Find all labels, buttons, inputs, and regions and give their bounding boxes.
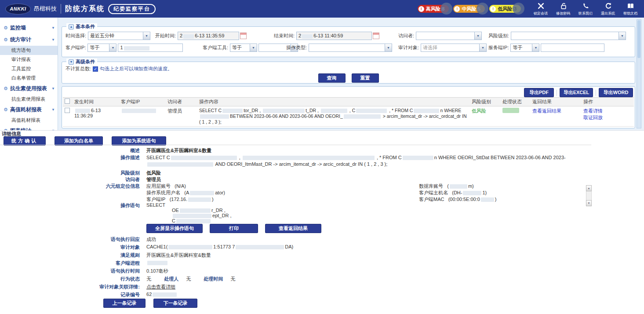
vertical-scrollbar[interactable] [637, 19, 641, 128]
scroll-track[interactable] [586, 191, 592, 200]
client-host-label: 客户端主机名 [419, 190, 448, 195]
previous-record-button[interactable]: 上一条记录 [103, 299, 146, 308]
redaction [481, 197, 494, 202]
logout-arrow-icon [604, 2, 612, 11]
sidebar-item-antibiotic-report[interactable]: 抗生素使用报表 [0, 95, 58, 104]
redaction [171, 156, 237, 160]
matched-rule-label: 满足规则 [0, 252, 145, 259]
view-return-result-button[interactable]: 查看返回结果 [265, 224, 321, 233]
view-result-link[interactable]: 查看返回结果 [532, 108, 561, 113]
column-header-operation[interactable]: 操作内容 [197, 98, 470, 106]
client-ip-operator-dropdown[interactable]: 等于 ▼ [87, 44, 116, 52]
row-status [501, 106, 531, 126]
risk-level-label: 风险级别 [0, 170, 145, 176]
sidebar-group-monitor-wall[interactable]: ⚙ 监控墙 ▼ [0, 22, 58, 34]
logout-button[interactable]: 退出系统 [599, 2, 617, 16]
sidebar-item-whitelist[interactable]: 白名单管理 [0, 73, 58, 83]
change-password-button[interactable]: 修改密码 [554, 2, 572, 16]
column-header-time[interactable]: 发生时间 [73, 98, 119, 106]
scroll-up-icon[interactable]: ▲ [586, 185, 592, 191]
sidebar-group-consumables-report[interactable]: ⚙ 高值耗材报表 ▼ [0, 104, 58, 116]
sidebar-item-tool-monitor[interactable]: 工具监控 [0, 64, 58, 73]
reset-button[interactable]: 重置 [352, 73, 379, 83]
row-checkbox[interactable] [65, 108, 70, 113]
client-tool-label: 客户端工具: [203, 44, 228, 51]
print-button[interactable]: 打印 [210, 224, 258, 233]
column-header-risk-level[interactable]: 风险级别 [470, 98, 501, 106]
audit-object-related-label: 审计对象关联详情: [0, 284, 145, 290]
scroll-down-icon[interactable]: ▼ [586, 200, 592, 206]
medium-risk-badge[interactable]: ! 中风险:5 [453, 5, 485, 13]
sidebar-item-tongfang-statements[interactable]: 统方语句 [0, 46, 58, 55]
lock-session-button[interactable]: 锁定会话 [531, 2, 550, 16]
query-button[interactable]: 查询 [318, 73, 346, 83]
column-header-actions[interactable]: 操作 [582, 98, 634, 106]
audit-object-label: 审计对象 [0, 244, 145, 251]
redaction [403, 156, 433, 160]
sidebar-group-tongfang-audit[interactable]: ⚙ 统方审计 ▼ [0, 34, 58, 46]
evidence-replay-link[interactable]: 取证回放 [583, 114, 632, 121]
no-count-hint: 勾选上之后可以增加查询的速度。 [100, 66, 172, 72]
view-related-detail-link[interactable]: 点击查看详细 [146, 284, 175, 290]
handle-time-value: 无 [230, 276, 235, 282]
redaction [513, 3, 524, 15]
no-count-checkbox[interactable]: ✓ [93, 66, 98, 72]
audit-object-value: CACHE1(1:51773 7DA) [146, 244, 293, 249]
help-docs-button[interactable]: 帮助文档 [621, 2, 640, 16]
client-ip-label: 客户端IP: [65, 44, 86, 51]
server-ip-input[interactable] [541, 44, 604, 52]
column-header-visitor[interactable]: 访问者 [166, 98, 197, 106]
scrollbar-thumb[interactable] [637, 20, 640, 58]
end-time-input[interactable]: 26-13 11:40:59 [296, 32, 372, 40]
status-badge [502, 108, 519, 113]
client-tool-operator-dropdown[interactable]: 等于 ▼ [230, 44, 257, 52]
operation-type-combo[interactable]: ▼ [309, 44, 392, 52]
exec-time-label: 语句执行时间 [0, 268, 145, 274]
export-word-button[interactable]: 导出WORD [599, 88, 633, 97]
chevron-down-icon: ▼ [143, 32, 150, 40]
column-header-client-ip[interactable]: 客户端IP [119, 98, 166, 106]
risk-level-dropdown[interactable]: ▼ [511, 32, 626, 40]
time-select-label: 时间选择: [65, 33, 86, 39]
fullscreen-statement-button[interactable]: 全屏显示操作语句 [146, 224, 203, 233]
time-select-dropdown[interactable]: 最近五分钟 ▼ [88, 32, 150, 40]
add-whitelist-button[interactable]: 添加为白名单 [55, 136, 103, 146]
high-risk-badge[interactable]: ! 高风险:8 [418, 5, 449, 13]
collapse-icon[interactable]: ▼ [69, 59, 74, 65]
select-all-checkbox[interactable] [65, 99, 70, 104]
add-system-statement-button[interactable]: 添加为系统语句 [112, 136, 166, 146]
confirm-tongfang-button[interactable]: 统方确认 [4, 136, 46, 146]
collapse-icon[interactable]: ▲ [69, 24, 74, 29]
view-detail-link[interactable]: 查看详情 [583, 108, 632, 114]
app-account-value: (N/A) [175, 183, 186, 189]
sidebar-item-consumables-report[interactable]: 高值耗材报表 [0, 116, 58, 125]
export-excel-button[interactable]: 导出EXCEL [560, 88, 593, 97]
server-ip-operator-dropdown[interactable]: 等于 ▼ [510, 44, 539, 52]
export-pdf-button[interactable]: 导出PDF [524, 88, 554, 97]
audit-object-dropdown[interactable]: 请选择 ▼ [421, 44, 487, 52]
calendar-icon[interactable] [373, 33, 379, 39]
operation-statement-label: 操作语句 [0, 202, 145, 209]
table-row[interactable]: 6-13 11:36:29 管理员 SELECT Ctor_DR , t_DR … [63, 106, 634, 127]
statement-scrollbar[interactable]: ▲ ▼ [586, 185, 592, 206]
app-account-label: 应用层账号 [146, 183, 171, 189]
low-risk-badge[interactable]: ! 低风险:3 [489, 5, 521, 13]
sidebar-item-audit-reports[interactable]: 审计报表 [0, 55, 58, 64]
record-number-label: 记录编号 [0, 292, 145, 298]
column-header-status[interactable]: 处理状态 [501, 98, 531, 106]
contact-us-button[interactable]: 联系我们 [576, 2, 595, 16]
calendar-icon[interactable] [240, 33, 247, 39]
overview-label: 概述 [0, 147, 145, 154]
row-risk-level: 低风险 [470, 106, 501, 126]
column-header-result[interactable]: 返回结果 [531, 98, 582, 106]
os-user-value: (Aator) [184, 190, 225, 195]
end-time-label: 结束时间: [274, 33, 295, 39]
next-record-button[interactable]: 下一条记录 [153, 299, 197, 308]
row-time: 6-13 11:36:29 [73, 106, 119, 126]
visitor-dropdown[interactable]: ▼ [416, 32, 482, 40]
gear-icon: ⚙ [4, 86, 8, 91]
redaction [176, 219, 211, 223]
start-time-input[interactable]: 26-13 11:35:59 [178, 32, 239, 40]
sidebar-group-antibiotic-report[interactable]: ⚙ 抗生素使用报表 ▼ [0, 83, 58, 95]
client-ip-input[interactable]: 1 [118, 44, 183, 52]
